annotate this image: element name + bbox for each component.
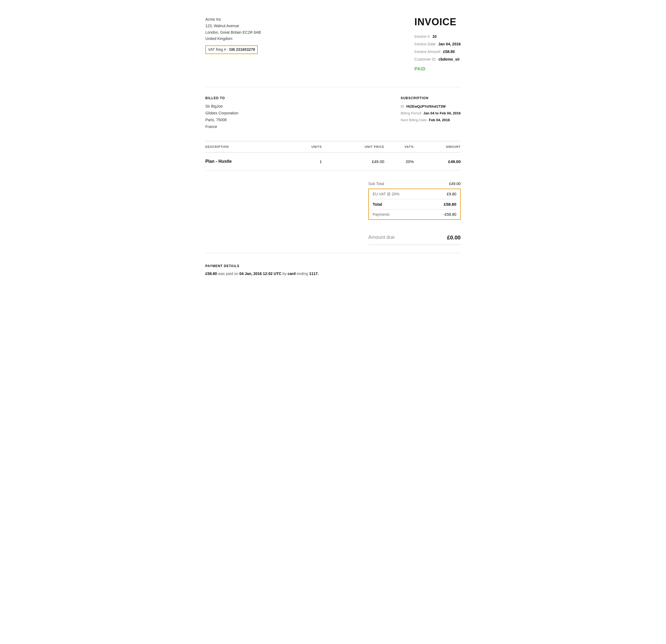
invoice-status-badge: PAID [415, 65, 461, 73]
invoice-number-row: Invoice # 10 [415, 33, 461, 40]
invoice-date-row: Invoice Date Jan 04, 2016 [415, 40, 461, 48]
total-value: £58.80 [444, 202, 456, 206]
subscription-id-row: ID HtZEwQzPYofShd1T3W [401, 103, 461, 110]
invoice-number-label: Invoice # [415, 34, 430, 38]
billed-to-label: BILLED TO [205, 96, 238, 101]
table-header-row: DESCRIPTION UNITS UNIT PRICE VAT% AMOUNT [205, 141, 461, 152]
billed-to-company: Globex Corporation [205, 110, 238, 117]
payment-details-section: PAYMENT DETAILS £58.80 was paid on 04 Ja… [205, 261, 461, 277]
eu-vat-value: £9.80 [447, 192, 456, 196]
billed-to-country: France [205, 123, 238, 130]
orange-totals-box: EU VAT @ 20% £9.80 Total £58.80 Payments… [368, 189, 461, 220]
payments-row: Payments -£58.80 [373, 209, 456, 219]
subtotal-label: Sub Total [368, 182, 384, 186]
invoice-amount-row: Invoice Amount £58.80 [415, 48, 461, 55]
col-description: DESCRIPTION [205, 141, 289, 152]
invoice-amount-value: £58.80 [443, 49, 455, 54]
payments-value: -£58.80 [443, 212, 456, 217]
col-amount: AMOUNT [414, 141, 461, 152]
company-address2: London, Great Britain EC2R 6AB [205, 29, 261, 36]
invoice-table: DESCRIPTION UNITS UNIT PRICE VAT% AMOUNT… [205, 141, 461, 171]
company-info: Acme Inc 123, Walnut Avenue London, Grea… [205, 16, 261, 54]
subscription-period-row: Billing Period Jan 04 to Feb 04, 2016 [401, 110, 461, 117]
payment-details-label: PAYMENT DETAILS [205, 264, 461, 268]
divider-1 [205, 87, 461, 87]
invoice-number-value: 10 [433, 34, 437, 38]
amount-due-section: Amount due £0.00 [205, 231, 461, 245]
company-country: United Kingdom [205, 36, 261, 42]
total-row: Total £58.80 [373, 199, 456, 209]
invoice-date-label: Invoice Date [415, 42, 436, 46]
billed-to-city: Paris, 75008 [205, 117, 238, 123]
total-label: Total [373, 202, 382, 206]
col-vat: VAT% [384, 141, 414, 152]
subscription-next-billing-value: Feb 04, 2016 [429, 118, 450, 122]
invoice-meta: Invoice # 10 Invoice Date Jan 04, 2016 I… [415, 33, 461, 73]
table-row: Plan - Hustle 1 £49.00 20% £49.00 [205, 152, 461, 171]
invoice-customer-value: cbdemo_sir [438, 57, 460, 62]
vat-reg-label: VAT Reg # : [208, 47, 228, 52]
cell-unit-price: £49.00 [322, 152, 384, 171]
vat-reg-number: GB 231653279 [229, 47, 255, 52]
eu-vat-label: EU VAT @ 20% [373, 192, 399, 196]
subscription-period-label: Billing Period [401, 111, 421, 115]
invoice-customer-row: Customer ID cbdemo_sir [415, 55, 461, 63]
billed-to: BILLED TO Sir BigJoe Globex Corporation … [205, 96, 238, 130]
billing-section: BILLED TO Sir BigJoe Globex Corporation … [205, 96, 461, 130]
subscription-id-value: HtZEwQzPYofShd1T3W [406, 104, 446, 108]
col-units: UNITS [289, 141, 322, 152]
invoice-title: INVOICE [415, 16, 461, 28]
cell-units: 1 [289, 152, 322, 171]
subscription-period-value: Jan 04 to Feb 04, 2016 [423, 111, 461, 115]
header-section: Acme Inc 123, Walnut Avenue London, Grea… [205, 16, 461, 73]
cell-vat: 20% [384, 152, 414, 171]
billed-to-name: Sir BigJoe [205, 103, 238, 110]
invoice-amount-label: Invoice Amount [415, 49, 441, 54]
amount-due-row: Amount due £0.00 [368, 231, 461, 245]
invoice-title-block: INVOICE Invoice # 10 Invoice Date Jan 04… [415, 16, 461, 73]
invoice-customer-label: Customer ID [415, 57, 436, 62]
subtotal-value: £49.00 [449, 182, 461, 186]
subscription-id-label: ID [401, 104, 404, 108]
eu-vat-row: EU VAT @ 20% £9.80 [373, 189, 456, 199]
subscription-label: SUBSCRIPTION [401, 96, 461, 101]
subscription-next-billing-label: Next Billing Date [401, 118, 427, 122]
divider-2 [205, 253, 461, 253]
cell-description: Plan - Hustle [205, 152, 289, 171]
subscription-info: SUBSCRIPTION ID HtZEwQzPYofShd1T3W Billi… [401, 96, 461, 130]
payment-detail-text: £58.80 was paid on 04 Jan, 2016 12:02 UT… [205, 271, 461, 277]
company-name: Acme Inc [205, 16, 261, 23]
amount-due-label: Amount due [368, 235, 395, 241]
subtotal-row: Sub Total £49.00 [368, 179, 461, 189]
payments-label: Payments [373, 212, 389, 217]
vat-reg-box: VAT Reg # : GB 231653279 [205, 45, 258, 54]
cell-amount: £49.00 [414, 152, 461, 171]
amount-due-value: £0.00 [447, 235, 461, 241]
col-unit-price: UNIT PRICE [322, 141, 384, 152]
totals-section: Sub Total £49.00 EU VAT @ 20% £9.80 Tota… [205, 179, 461, 220]
company-address1: 123, Walnut Avenue [205, 23, 261, 29]
invoice-date-value: Jan 04, 2016 [438, 42, 461, 46]
subscription-next-billing-row: Next Billing Date Feb 04, 2016 [401, 117, 461, 123]
